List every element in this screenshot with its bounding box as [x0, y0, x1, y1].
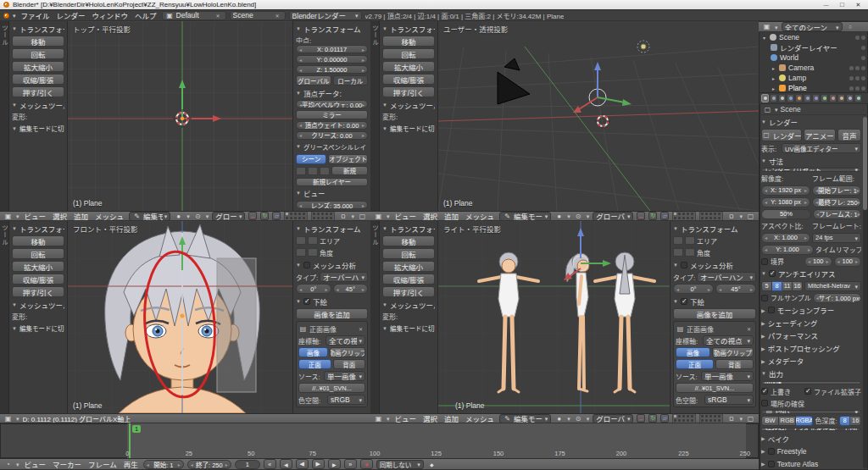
move-button[interactable]: 移動 — [12, 235, 64, 246]
panel-performance-header[interactable]: パフォーマンス — [761, 330, 861, 341]
display-option-icon[interactable] — [296, 248, 306, 257]
tab-render-layers-icon[interactable] — [770, 94, 777, 102]
row-toggles[interactable] — [849, 66, 865, 70]
remap-new-field[interactable]: 100 — [834, 257, 862, 267]
angle-min-field[interactable]: 0° — [296, 284, 331, 294]
manipulator-rotate-icon[interactable] — [648, 212, 657, 220]
push-pull-button[interactable]: 押す/引く — [382, 286, 435, 297]
jump-to-start-button[interactable] — [264, 459, 276, 469]
panel-antialiasing-header[interactable]: アンチエイリアス — [761, 268, 861, 279]
scale-button[interactable]: 拡大縮小 — [12, 61, 64, 72]
file-format-dropdown[interactable]: PNG — [761, 410, 861, 414]
pivot-center-icon[interactable] — [193, 212, 203, 220]
push-pull-button[interactable]: 押す/引く — [12, 86, 64, 97]
frame-end-field[interactable]: 最終フレ: 250 — [812, 197, 861, 207]
panel-mesh-tools-header[interactable]: メッシュツール — [382, 299, 435, 310]
panel-view-header[interactable]: ビュー — [296, 188, 368, 199]
menu-mesh[interactable]: メッシュ — [464, 413, 496, 423]
pivot-center-icon[interactable] — [574, 212, 583, 220]
tab-constraints-icon[interactable] — [804, 94, 811, 102]
display-option-icon[interactable] — [308, 248, 318, 257]
panel-shading-header[interactable]: シェーディング — [761, 318, 861, 329]
gp-draw-icon[interactable] — [296, 167, 306, 175]
editor-type-icon[interactable] — [762, 23, 771, 31]
manipulator-scale-icon[interactable] — [660, 414, 669, 423]
previous-keyframe-button[interactable] — [280, 459, 292, 469]
panel-transform-header[interactable]: トランスフォーム — [12, 223, 64, 234]
toolshelf-tab-tools[interactable]: ツール — [0, 21, 9, 211]
analysis-type-dropdown[interactable]: オーバーハン — [320, 272, 368, 282]
editor-type-icon[interactable] — [374, 212, 383, 220]
remove-image-icon[interactable] — [744, 324, 754, 333]
scale-button[interactable]: 拡大縮小 — [12, 261, 64, 272]
menu-add[interactable]: 追加 — [72, 211, 90, 221]
frame-start-field[interactable]: 開始フレー: 1 — [812, 185, 861, 196]
display-option-icon[interactable] — [308, 236, 318, 245]
panel-freestyle-header[interactable]: Freestyle — [761, 445, 861, 456]
manipulator-rotate-icon[interactable] — [260, 212, 269, 220]
outliner-row-camera[interactable]: ▸ Camera — [759, 63, 868, 73]
orientation-dropdown[interactable]: グローバル — [593, 212, 633, 221]
axis-dropdown[interactable]: 全ての視点 — [703, 335, 754, 346]
panel-transform-header[interactable]: トランスフォーム — [382, 23, 435, 34]
display-option-icon[interactable] — [296, 236, 306, 245]
outliner-filter-dropdown[interactable]: 全てのシーン — [782, 22, 843, 31]
snap-magnet-icon[interactable] — [726, 212, 736, 220]
menu-frame[interactable]: フレーム — [86, 459, 119, 469]
animation-button[interactable]: アニメー — [804, 129, 836, 141]
menu-mesh[interactable]: メッシュ — [464, 211, 496, 221]
panel-texture-atlas-header[interactable]: Texture Atlas — [761, 458, 861, 469]
mode-dropdown[interactable]: 編集モード — [499, 414, 551, 423]
pivot-center-icon[interactable] — [574, 414, 583, 423]
add-image-button[interactable]: 画像を追加 — [673, 308, 756, 319]
unlink-scene-icon[interactable] — [273, 11, 282, 19]
tab-render-icon[interactable] — [761, 94, 769, 102]
file-extensions-checkbox[interactable] — [804, 388, 811, 395]
outliner-row-world[interactable]: World — [759, 53, 868, 63]
panel-edit-mode-header[interactable]: 編集モードに切り替え — [382, 123, 435, 134]
shrink-fatten-button[interactable]: 収縮/膨張 — [12, 74, 64, 85]
source-dropdown[interactable]: 単一画像 — [324, 371, 365, 381]
bw-button[interactable]: BW — [761, 416, 779, 426]
background-images-checkbox[interactable] — [303, 298, 310, 305]
menu-render[interactable]: レンダー — [55, 10, 87, 20]
texture-atlas-checkbox[interactable] — [768, 461, 775, 467]
placeholders-checkbox[interactable] — [761, 400, 768, 406]
render-preset-dropdown[interactable]: レンダープリセット — [761, 168, 861, 172]
toolshelf-tab-tools[interactable]: ツール — [370, 221, 380, 413]
editor-type-icon[interactable] — [3, 414, 13, 423]
layers-grid-2[interactable] — [699, 413, 723, 423]
border-checkbox[interactable] — [761, 258, 768, 265]
push-pull-button[interactable]: 押す/引く — [12, 286, 64, 297]
rgba-button[interactable]: RGBA — [796, 416, 813, 426]
menu-marker[interactable]: マーカー — [51, 459, 83, 469]
shrink-fatten-button[interactable]: 収縮/膨張 — [382, 74, 435, 85]
menu-select[interactable]: 選択 — [51, 211, 69, 221]
bevel-weight-field[interactable]: 平均ベベルウェ: 0.00 — [296, 100, 368, 108]
jump-to-end-button[interactable] — [344, 459, 357, 469]
crease-field[interactable]: クリース: 0.00 — [296, 131, 368, 140]
scene-dropdown[interactable]: Scene — [230, 11, 286, 20]
rotate-button[interactable]: 回転 — [382, 248, 435, 259]
scale-button[interactable]: 拡大縮小 — [382, 261, 435, 272]
aspect-y-field[interactable]: Y: 1.000 — [761, 245, 814, 255]
depth-16-button[interactable]: 16 — [850, 416, 861, 426]
lens-field[interactable]: レンズ: 35.000 — [296, 201, 368, 209]
global-toggle[interactable]: グローバル — [296, 75, 331, 86]
movie-clip-toggle[interactable]: 動画クリップ — [330, 347, 365, 357]
play-button[interactable] — [312, 459, 325, 469]
resolution-percentage-slider[interactable]: 50% — [761, 209, 811, 219]
back-toggle[interactable]: 背面 — [715, 359, 754, 369]
gp-scene-tab[interactable]: シーン — [296, 154, 326, 164]
menu-playback[interactable]: 再生 — [122, 459, 140, 469]
end-frame-field[interactable]: 終了: 250 — [187, 460, 231, 469]
gp-object-tab[interactable]: オブジェクト — [328, 154, 368, 164]
render-view-icon[interactable] — [746, 414, 755, 423]
display-option-icon[interactable] — [673, 236, 683, 245]
panel-mesh-analysis-header[interactable]: メッシュ分析 — [296, 259, 368, 270]
display-option-icon[interactable] — [685, 236, 695, 245]
scale-button[interactable]: 拡大縮小 — [382, 61, 435, 72]
freestyle-checkbox[interactable] — [768, 448, 775, 455]
rgb-button[interactable]: RGB — [779, 416, 796, 426]
panel-transform-header[interactable]: トランスフォーム — [673, 223, 756, 234]
